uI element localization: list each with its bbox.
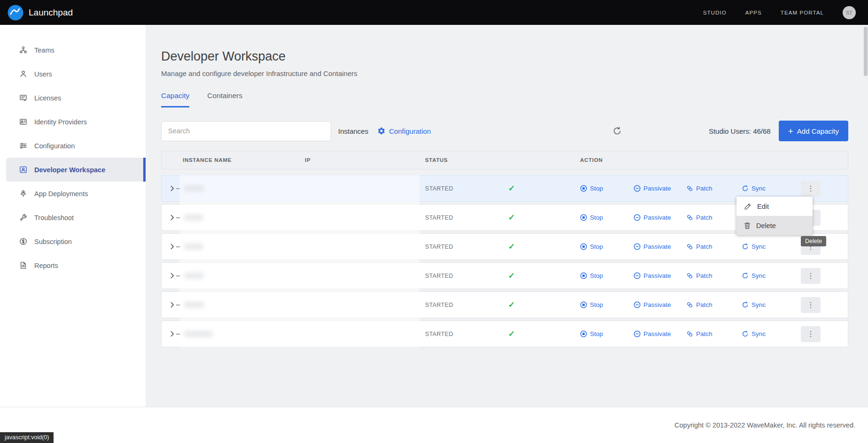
- chevron-right-icon[interactable]: [168, 184, 176, 192]
- status-cell: STARTED✓: [425, 213, 580, 222]
- sync-label: Sync: [752, 272, 766, 279]
- tab-capacity[interactable]: Capacity: [161, 92, 189, 107]
- patch-button[interactable]: Patch: [686, 243, 742, 250]
- menu-item-edit[interactable]: Edit: [736, 197, 813, 216]
- topbar: Launchpad STUDIO APPS TEAM PORTAL ST: [0, 0, 868, 25]
- app-logo[interactable]: Launchpad: [8, 5, 73, 21]
- sync-icon: [742, 243, 749, 250]
- sync-button[interactable]: Sync: [742, 243, 766, 250]
- action-cell: Stop Passivate Patch Sync ⋮: [580, 181, 848, 197]
- configuration-link[interactable]: Configuration: [377, 127, 431, 135]
- scrollbar-thumb[interactable]: [864, 27, 868, 76]
- passivate-button[interactable]: Passivate: [634, 214, 686, 221]
- sync-button[interactable]: Sync: [742, 185, 766, 192]
- stop-icon: [580, 214, 587, 221]
- redacted-instance-name: [184, 273, 203, 279]
- gear-icon: [377, 127, 386, 135]
- stop-button[interactable]: Stop: [580, 185, 634, 192]
- sidebar-item-licenses[interactable]: Licenses: [0, 86, 146, 110]
- refresh-button[interactable]: [612, 126, 622, 136]
- sidebar-item-teams[interactable]: Teams: [0, 38, 146, 62]
- action-cell: Stop Passivate Patch Sync ⋮: [580, 268, 848, 284]
- check-icon: ✓: [508, 329, 515, 339]
- stop-label: Stop: [590, 330, 603, 337]
- chevron-right-icon[interactable]: [168, 330, 176, 338]
- patch-button[interactable]: Patch: [686, 330, 742, 337]
- table-header: INSTANCE NAME IP STATUS ACTION: [161, 151, 848, 169]
- sync-icon: [742, 301, 749, 308]
- stop-button[interactable]: Stop: [580, 243, 634, 250]
- teams-icon: [19, 46, 27, 54]
- sync-icon: [742, 330, 749, 337]
- passivate-button[interactable]: Passivate: [634, 272, 686, 279]
- tab-containers[interactable]: Containers: [207, 92, 242, 107]
- patch-label: Patch: [696, 272, 713, 279]
- table-row[interactable]: STARTED✓ Stop Passivate Patch Sync ⋮: [161, 262, 848, 289]
- menu-item-delete[interactable]: Delete: [736, 216, 813, 235]
- users-icon: [19, 70, 27, 78]
- sidebar-item-subscription[interactable]: Subscription: [0, 229, 146, 253]
- capacity-table: INSTANCE NAME IP STATUS ACTION STARTED✓ …: [161, 151, 848, 347]
- refresh-icon: [612, 126, 622, 136]
- chevron-right-icon[interactable]: [168, 243, 176, 251]
- redacted-instance-name: [184, 244, 203, 250]
- add-capacity-button[interactable]: + Add Capacity: [779, 121, 848, 141]
- sidebar-item-users[interactable]: Users: [0, 62, 146, 86]
- passivate-button[interactable]: Passivate: [634, 330, 686, 337]
- status-cell: STARTED✓: [425, 329, 580, 339]
- nav-team-portal[interactable]: TEAM PORTAL: [781, 10, 824, 15]
- chevron-right-icon[interactable]: [168, 272, 176, 280]
- stop-icon: [580, 243, 587, 250]
- nav-studio[interactable]: STUDIO: [703, 10, 727, 15]
- stop-label: Stop: [590, 214, 603, 221]
- passivate-button[interactable]: Passivate: [634, 301, 686, 308]
- sidebar-item-troubleshoot[interactable]: Troubleshoot: [0, 206, 146, 229]
- patch-button[interactable]: Patch: [686, 272, 742, 279]
- developer-workspace-icon: [19, 166, 27, 174]
- stop-button[interactable]: Stop: [580, 214, 634, 221]
- sync-button[interactable]: Sync: [742, 272, 766, 279]
- passivate-icon: [634, 243, 641, 250]
- chevron-right-icon[interactable]: [168, 214, 176, 222]
- passivate-label: Passivate: [643, 330, 671, 337]
- search-input[interactable]: [161, 121, 331, 141]
- row-menu-button[interactable]: ⋮: [801, 297, 821, 313]
- table-row[interactable]: STARTED✓ Stop Passivate Patch Sync ⋮: [161, 291, 848, 318]
- stop-icon: [580, 185, 587, 192]
- patch-icon: [686, 185, 693, 192]
- sidebar-item-developer-workspace[interactable]: Developer Workspace: [6, 158, 146, 182]
- row-menu-button[interactable]: ⋮: [801, 268, 821, 284]
- patch-button[interactable]: Patch: [686, 301, 742, 308]
- stop-button[interactable]: Stop: [580, 301, 634, 308]
- chevron-right-icon[interactable]: [168, 301, 176, 309]
- sync-label: Sync: [752, 243, 766, 250]
- sync-button[interactable]: Sync: [742, 301, 766, 308]
- status-label: STARTED: [425, 185, 508, 192]
- check-icon: ✓: [508, 213, 515, 222]
- passivate-button[interactable]: Passivate: [634, 185, 686, 192]
- status-label: STARTED: [425, 214, 508, 221]
- passivate-button[interactable]: Passivate: [634, 243, 686, 250]
- nav-apps[interactable]: APPS: [745, 10, 762, 15]
- patch-button[interactable]: Patch: [686, 214, 742, 221]
- status-label: STARTED: [425, 244, 508, 250]
- table-row[interactable]: STARTED✓ Stop Passivate Patch Sync ⋮: [161, 321, 848, 347]
- status-cell: STARTED✓: [425, 242, 580, 252]
- stop-button[interactable]: Stop: [580, 330, 634, 337]
- subscription-icon: [19, 237, 27, 245]
- patch-button[interactable]: Patch: [686, 185, 742, 192]
- row-menu-button[interactable]: ⋮: [801, 181, 821, 197]
- wavemaker-logo-icon: [8, 5, 23, 21]
- sidebar-item-label: App Deployments: [34, 190, 88, 198]
- stop-button[interactable]: Stop: [580, 272, 634, 279]
- row-context-menu: Edit Delete: [736, 197, 813, 235]
- stop-label: Stop: [590, 185, 603, 192]
- table-row[interactable]: STARTED✓ Stop Passivate Patch Sync ⋮: [161, 233, 848, 260]
- sidebar-item-identity-providers[interactable]: Identity Providers: [0, 110, 146, 134]
- sidebar-item-configuration[interactable]: Configuration: [0, 134, 146, 158]
- avatar[interactable]: ST: [843, 6, 856, 19]
- row-menu-button[interactable]: ⋮: [801, 326, 821, 342]
- sidebar-item-reports[interactable]: Reports: [0, 253, 146, 277]
- sync-button[interactable]: Sync: [742, 330, 766, 337]
- sidebar-item-app-deployments[interactable]: App Deployments: [0, 182, 146, 206]
